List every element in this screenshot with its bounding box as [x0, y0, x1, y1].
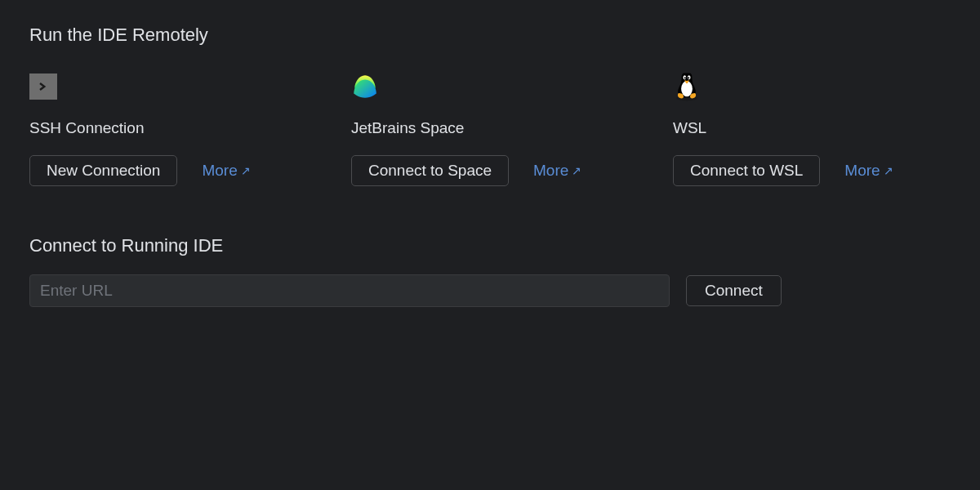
space-actions: Connect to Space More ↗ — [351, 155, 673, 186]
external-link-icon: ↗ — [884, 164, 893, 177]
connect-space-button[interactable]: Connect to Space — [351, 155, 509, 186]
space-more-link[interactable]: More ↗ — [533, 162, 581, 180]
run-remotely-title: Run the IDE Remotely — [29, 24, 951, 46]
wsl-actions: Connect to WSL More ↗ — [673, 155, 980, 186]
wsl-more-link[interactable]: More ↗ — [844, 162, 893, 180]
external-link-icon: ↗ — [572, 164, 581, 177]
connect-wsl-button[interactable]: Connect to WSL — [673, 155, 820, 186]
more-label: More — [844, 162, 880, 180]
space-title: JetBrains Space — [351, 119, 673, 137]
ssh-icon-wrap — [29, 70, 351, 103]
more-label: More — [202, 162, 237, 180]
provider-wsl: WSL Connect to WSL More ↗ — [673, 70, 980, 186]
connect-url-row: Connect — [29, 274, 951, 307]
url-input[interactable] — [29, 274, 670, 307]
svg-point-4 — [684, 77, 686, 79]
wsl-title: WSL — [673, 119, 980, 137]
providers-row: SSH Connection New Connection More ↗ — [29, 70, 951, 186]
ssh-title: SSH Connection — [29, 119, 351, 137]
ssh-actions: New Connection More ↗ — [29, 155, 351, 186]
more-label: More — [533, 162, 568, 180]
new-connection-button[interactable]: New Connection — [29, 155, 177, 186]
svg-point-5 — [688, 77, 689, 79]
ssh-more-link[interactable]: More ↗ — [202, 162, 250, 180]
remote-development-panel: Run the IDE Remotely SSH Connection New … — [0, 0, 980, 332]
connect-running-title: Connect to Running IDE — [29, 235, 951, 256]
terminal-icon — [29, 74, 57, 100]
provider-space: JetBrains Space Connect to Space More ↗ — [351, 70, 673, 186]
provider-ssh: SSH Connection New Connection More ↗ — [29, 70, 351, 186]
space-icon — [351, 70, 673, 103]
connect-button[interactable]: Connect — [686, 275, 782, 306]
external-link-icon: ↗ — [241, 164, 251, 177]
linux-icon — [673, 70, 980, 103]
